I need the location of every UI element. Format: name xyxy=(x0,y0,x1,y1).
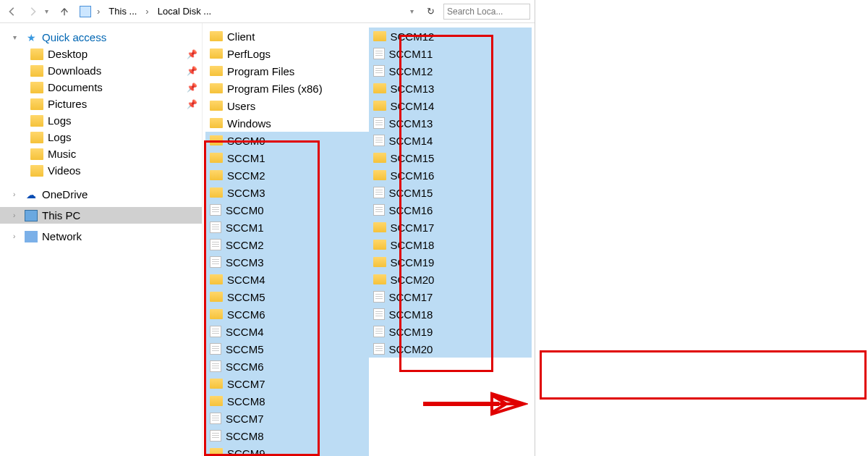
tree-logs[interactable]: Logs xyxy=(0,112,202,129)
list-item[interactable]: SCCM7 xyxy=(205,375,369,392)
list-item[interactable]: SCCM13 xyxy=(369,80,532,97)
arrow-icon xyxy=(420,389,528,418)
list-item[interactable]: SCCM6 xyxy=(205,305,369,323)
list-item[interactable]: SCCM6 xyxy=(205,358,369,375)
folder-icon xyxy=(210,118,223,128)
list-item[interactable]: SCCM4 xyxy=(205,271,369,288)
list-item[interactable]: PerfLogs xyxy=(205,45,369,62)
pin-icon: 📌 xyxy=(187,83,197,93)
nav-back-button[interactable] xyxy=(4,4,20,20)
list-item[interactable]: SCCM8 xyxy=(205,427,369,444)
folder-icon xyxy=(373,83,386,93)
list-item[interactable]: SCCM13 xyxy=(369,114,532,132)
list-item[interactable]: SCCM17 xyxy=(369,288,532,305)
file-icon xyxy=(210,239,221,250)
refresh-button[interactable]: ↻ xyxy=(422,6,439,17)
search-input[interactable]: Search Loca... xyxy=(443,4,530,20)
list-item[interactable]: SCCM1 xyxy=(205,149,369,166)
list-item[interactable]: SCCM18 xyxy=(369,305,532,323)
list-item[interactable]: SCCM16 xyxy=(369,201,532,219)
list-item-label: SCCM3 xyxy=(226,256,264,269)
nav-forward-button[interactable] xyxy=(25,4,41,20)
list-item-label: SCCM16 xyxy=(389,204,433,216)
list-item[interactable]: SCCM9 xyxy=(205,444,369,456)
list-item-label: SCCM8 xyxy=(227,395,265,408)
list-item[interactable]: Windows xyxy=(205,114,369,132)
list-item[interactable]: SCCM15 xyxy=(369,184,532,201)
tree-videos[interactable]: Videos xyxy=(0,162,202,179)
list-item[interactable]: SCCM3 xyxy=(205,184,369,201)
list-item[interactable]: Program Files (x86) xyxy=(205,80,369,97)
list-item[interactable]: Program Files xyxy=(205,62,369,80)
list-item-label: SCCM12 xyxy=(389,65,433,77)
list-item[interactable]: SCCM0 xyxy=(205,132,369,149)
list-item[interactable]: SCCM0 xyxy=(205,201,369,219)
list-item-label: SCCM15 xyxy=(391,152,435,164)
this-pc-icon xyxy=(80,6,91,17)
list-item[interactable]: SCCM5 xyxy=(205,340,369,358)
breadcrumb-local-disk[interactable]: Local Disk ... xyxy=(155,6,214,17)
list-item-label: SCCM19 xyxy=(391,256,435,269)
tree-this-pc[interactable]: ›This PC xyxy=(0,207,202,224)
list-item[interactable]: Users xyxy=(205,97,369,114)
folder-icon xyxy=(373,222,386,232)
folder-icon xyxy=(210,187,223,198)
tree-downloads[interactable]: Downloads📌 xyxy=(0,62,202,79)
file-explorer: ▾ › This ... › Local Disk ... ▾ ↻ Search… xyxy=(0,0,535,456)
list-item[interactable]: SCCM12 xyxy=(369,28,532,45)
tree-quick-access[interactable]: ▾★Quick access xyxy=(0,29,202,46)
list-item[interactable]: SCCM16 xyxy=(369,166,532,184)
file-icon xyxy=(373,291,385,303)
list-item[interactable]: SCCM15 xyxy=(369,149,532,166)
list-item[interactable]: SCCM11 xyxy=(369,45,532,62)
file-icon xyxy=(373,48,385,59)
list-item-label: SCCM7 xyxy=(226,413,264,425)
list-item[interactable]: SCCM20 xyxy=(369,271,532,288)
explorer-toolbar: ▾ › This ... › Local Disk ... ▾ ↻ Search… xyxy=(0,0,535,23)
list-item[interactable]: SCCM12 xyxy=(369,62,532,80)
list-item[interactable]: SCCM2 xyxy=(205,236,369,253)
breadcrumb-this-pc[interactable]: This ... xyxy=(106,6,140,17)
list-item-label: SCCM5 xyxy=(226,343,264,355)
file-icon xyxy=(373,135,385,146)
tree-documents[interactable]: Documents📌 xyxy=(0,79,202,96)
chevron-down-icon[interactable]: ▾ xyxy=(45,7,52,15)
tree-logs[interactable]: Logs xyxy=(0,129,202,145)
list-item[interactable]: SCCM19 xyxy=(369,253,532,271)
list-item[interactable]: SCCM8 xyxy=(205,392,369,410)
list-item[interactable]: SCCM4 xyxy=(205,323,369,340)
list-item[interactable]: Client xyxy=(205,28,369,45)
list-item[interactable]: SCCM20 xyxy=(369,340,532,358)
folder-icon xyxy=(210,396,223,406)
tree-music[interactable]: Music xyxy=(0,145,202,162)
list-item-label: SCCM7 xyxy=(227,378,265,390)
list-item-label: SCCM3 xyxy=(227,187,265,199)
list-item[interactable]: SCCM7 xyxy=(205,410,369,427)
file-icon xyxy=(210,256,221,268)
list-item[interactable]: SCCM5 xyxy=(205,288,369,305)
list-item[interactable]: SCCM17 xyxy=(369,219,532,236)
tree-pictures[interactable]: Pictures📌 xyxy=(0,96,202,112)
folder-icon xyxy=(210,83,223,93)
folder-icon xyxy=(210,153,223,163)
list-item[interactable]: SCCM3 xyxy=(205,253,369,271)
list-item-label: SCCM0 xyxy=(227,135,265,147)
nav-up-button[interactable] xyxy=(56,4,72,20)
list-item-label: SCCM9 xyxy=(227,447,265,457)
file-icon xyxy=(373,65,385,77)
list-item[interactable]: SCCM18 xyxy=(369,236,532,253)
list-item[interactable]: SCCM2 xyxy=(205,166,369,184)
list-item[interactable]: SCCM1 xyxy=(205,219,369,236)
list-item-label: SCCM6 xyxy=(227,308,265,321)
tree-network[interactable]: ›Network xyxy=(0,228,202,245)
list-item-label: Program Files xyxy=(227,65,294,77)
list-item[interactable]: SCCM19 xyxy=(369,323,532,340)
tree-desktop[interactable]: Desktop📌 xyxy=(0,46,202,62)
chevron-down-icon[interactable]: ▾ xyxy=(410,7,417,15)
file-icon xyxy=(210,326,221,337)
tree-onedrive[interactable]: ›☁OneDrive xyxy=(0,186,202,203)
list-item[interactable]: SCCM14 xyxy=(369,132,532,149)
list-item[interactable]: SCCM14 xyxy=(369,97,532,114)
list-item-label: SCCM12 xyxy=(391,30,435,43)
pin-icon: 📌 xyxy=(187,99,197,109)
